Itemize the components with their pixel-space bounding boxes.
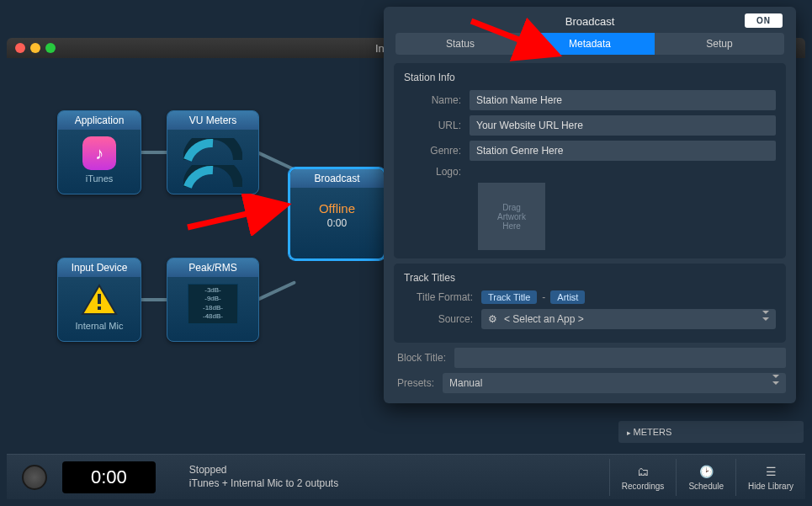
maximize-icon[interactable] [45, 43, 56, 53]
vu-gauge-icon [183, 138, 242, 162]
vu-gauge-icon [183, 165, 242, 189]
logo-label: Logo: [404, 166, 470, 178]
node-vu-meters[interactable]: VU Meters [167, 110, 259, 194]
url-input[interactable] [470, 115, 776, 136]
app-icon: ⚙ [488, 313, 497, 325]
annotation-arrow-icon [467, 17, 568, 67]
node-vu-header: VU Meters [167, 111, 258, 130]
svg-rect-0 [98, 294, 101, 304]
separator: - [537, 291, 550, 303]
source-label: Source: [404, 313, 481, 325]
broadcast-settings-panel: Broadcast ON Status Metadata Setup Stati… [384, 7, 796, 403]
broadcast-time: 0:00 [327, 217, 347, 229]
svg-rect-1 [98, 306, 101, 310]
record-button[interactable] [22, 465, 47, 490]
itunes-icon: ♪ [82, 136, 116, 170]
presets-select[interactable]: Manual [443, 373, 786, 393]
list-icon: ☰ [763, 464, 778, 479]
track-titles-heading: Track Titles [404, 272, 776, 284]
panel-title: Broadcast ON [384, 7, 796, 33]
node-application-label: iTunes [86, 173, 114, 184]
node-application-header: Application [58, 111, 141, 130]
station-info-heading: Station Info [404, 72, 776, 83]
clock-icon: 🕑 [698, 464, 714, 479]
annotation-arrow-icon [183, 194, 293, 236]
name-input[interactable] [470, 90, 776, 110]
url-label: URL: [404, 120, 470, 131]
minimize-icon[interactable] [30, 43, 40, 53]
transport-bar: 0:00 Stopped iTunes + Internal Mic to 2 … [7, 454, 805, 499]
track-title-tag[interactable]: Track Title [481, 290, 537, 304]
node-application[interactable]: Application ♪ iTunes [57, 110, 141, 194]
schedule-button[interactable]: 🕑 Schedule [676, 459, 735, 496]
node-peak-rms[interactable]: Peak/RMS -3dB- -9dB- -18dB- -48dB- [167, 258, 259, 342]
tabbar: Status Metadata Setup [395, 33, 784, 55]
svg-line-2 [188, 206, 280, 227]
station-info-section: Station Info Name: URL: Genre: Logo: Dra… [394, 63, 786, 258]
hide-library-button[interactable]: ☰ Hide Library [735, 459, 805, 496]
peak-meter: -3dB- -9dB- -18dB- -48dB- [188, 284, 238, 324]
node-input-device[interactable]: Input Device Internal Mic [57, 258, 141, 342]
recordings-icon: 🗂 [635, 464, 650, 479]
close-icon[interactable] [15, 43, 25, 53]
recordings-button[interactable]: 🗂 Recordings [609, 459, 677, 496]
broadcast-on-toggle[interactable]: ON [745, 13, 783, 28]
name-label: Name: [404, 94, 470, 106]
block-title-label: Block Title: [394, 352, 454, 364]
presets-label: Presets: [394, 377, 443, 389]
transport-status: Stopped [189, 464, 338, 477]
node-broadcast[interactable]: Broadcast Offline 0:00 [289, 168, 385, 260]
node-peak-header: Peak/RMS [167, 258, 258, 277]
genre-label: Genre: [404, 145, 470, 157]
node-input-label: Internal Mic [76, 321, 124, 331]
meters-header[interactable]: METERS [618, 421, 804, 443]
source-select[interactable]: ⚙ < Select an App > [481, 309, 776, 329]
artist-tag[interactable]: Artist [550, 290, 585, 304]
time-display: 0:00 [62, 461, 156, 493]
genre-input[interactable] [470, 141, 776, 161]
warning-icon [81, 284, 118, 317]
node-input-header: Input Device [58, 258, 141, 277]
track-titles-section: Track Titles Title Format: Track Title -… [394, 264, 786, 343]
transport-routing: iTunes + Internal Mic to 2 outputs [189, 477, 338, 491]
logo-dropzone[interactable]: Drag Artwork Here [478, 183, 545, 250]
title-format-label: Title Format: [404, 291, 481, 303]
tab-setup[interactable]: Setup [655, 33, 784, 55]
node-broadcast-header: Broadcast [290, 169, 384, 188]
svg-line-3 [471, 21, 551, 52]
broadcast-status: Offline [319, 201, 355, 216]
block-title-input[interactable] [454, 348, 786, 368]
